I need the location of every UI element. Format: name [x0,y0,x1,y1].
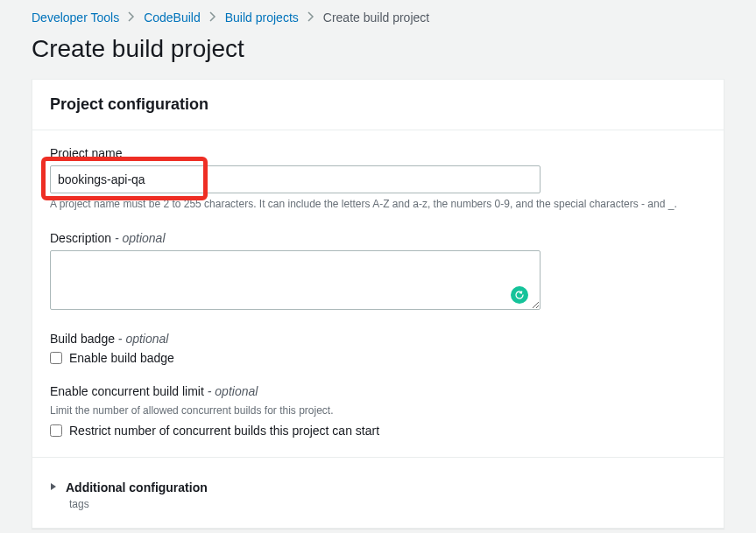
concurrent-limit-label: Enable concurrent build limit - optional [50,384,706,398]
project-name-input[interactable] [50,165,541,193]
build-badge-field: Build badge - optional Enable build badg… [50,332,706,365]
breadcrumb-link-devtools[interactable]: Developer Tools [32,11,119,25]
breadcrumb-current: Create build project [323,11,429,25]
description-textarea[interactable] [50,250,541,310]
page-title: Create build project [0,30,756,79]
breadcrumb: Developer Tools CodeBuild Build projects… [0,0,756,30]
project-name-label: Project name [50,146,706,160]
description-label: Description - optional [50,231,706,245]
additional-config-toggle[interactable]: Additional configuration [50,480,706,494]
chevron-right-icon [307,11,314,25]
panel-header: Project configuration [32,80,724,130]
concurrent-limit-help: Limit the number of allowed concurrent b… [50,403,706,418]
project-name-help: A project name must be 2 to 255 characte… [50,197,706,212]
chevron-right-icon [128,11,135,25]
breadcrumb-link-buildprojects[interactable]: Build projects [225,11,299,25]
concurrent-limit-field: Enable concurrent build limit - optional… [50,384,706,438]
restrict-concurrent-checkbox[interactable] [50,424,62,437]
description-field: Description - optional [50,231,706,312]
panel-title: Project configuration [50,95,706,114]
additional-config-title: Additional configuration [66,480,208,494]
project-config-panel: Project configuration Project name A pro… [32,79,724,529]
project-name-field: Project name A project name must be 2 to… [50,146,706,212]
breadcrumb-link-codebuild[interactable]: CodeBuild [144,11,201,25]
enable-build-badge-checkbox[interactable] [50,352,62,364]
restrict-concurrent-checkbox-label[interactable]: Restrict number of concurrent builds thi… [69,424,379,438]
build-badge-label: Build badge - optional [50,332,706,346]
caret-right-icon [50,481,57,494]
enable-build-badge-checkbox-label[interactable]: Enable build badge [69,351,174,365]
chevron-right-icon [209,11,216,25]
additional-config-sub: tags [69,498,706,510]
